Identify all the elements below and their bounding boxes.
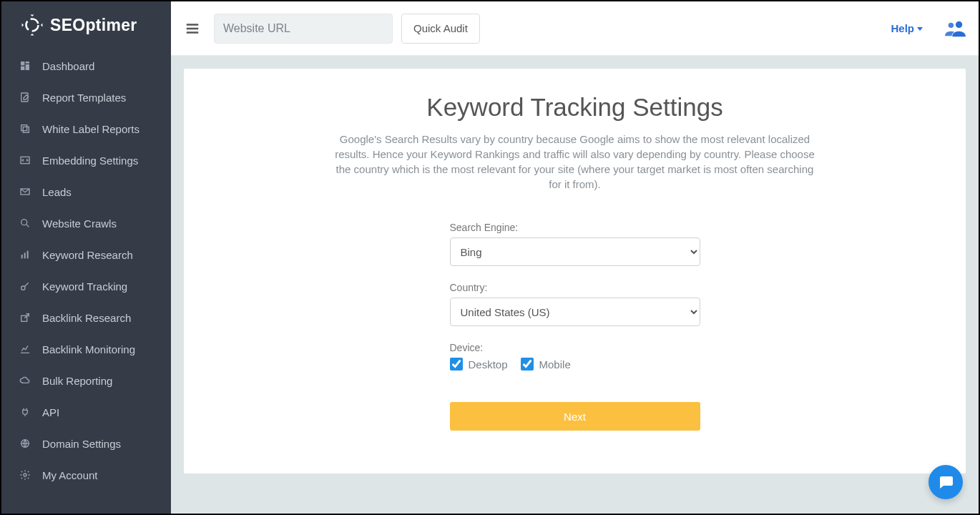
menu-toggle-button[interactable] bbox=[184, 20, 201, 37]
svg-rect-1 bbox=[21, 62, 24, 65]
line-chart-icon bbox=[19, 343, 31, 355]
magnify-icon bbox=[19, 217, 31, 230]
sidebar-item-dashboard[interactable]: Dashboard bbox=[1, 50, 171, 82]
svg-point-14 bbox=[21, 286, 25, 290]
sidebar-item-bulk-reporting[interactable]: Bulk Reporting bbox=[1, 365, 171, 396]
sidebar-item-label: Bulk Reporting bbox=[42, 375, 112, 387]
svg-rect-2 bbox=[26, 62, 29, 64]
help-label: Help bbox=[891, 22, 914, 34]
brand-logo[interactable]: SEOptimer bbox=[1, 1, 171, 50]
cloud-icon bbox=[19, 374, 31, 387]
device-mobile-checkbox[interactable] bbox=[521, 358, 534, 371]
svg-rect-6 bbox=[23, 127, 29, 132]
sidebar-item-label: Keyword Tracking bbox=[42, 280, 127, 293]
page-title: Keyword Tracking Settings bbox=[218, 93, 931, 122]
external-link-icon bbox=[19, 311, 31, 324]
sidebar-item-label: Keyword Research bbox=[42, 249, 133, 261]
sidebar-item-api[interactable]: API bbox=[1, 396, 171, 428]
sidebar-item-my-account[interactable]: My Account bbox=[1, 459, 171, 491]
gear-icon bbox=[19, 469, 31, 481]
sidebar-item-label: API bbox=[42, 406, 59, 418]
account-icon[interactable] bbox=[944, 19, 966, 38]
globe-icon bbox=[19, 437, 31, 450]
svg-rect-11 bbox=[21, 255, 23, 258]
svg-point-10 bbox=[21, 220, 27, 225]
sidebar-item-label: Report Templates bbox=[42, 92, 126, 104]
device-mobile-label: Mobile bbox=[539, 358, 571, 371]
quick-audit-button[interactable]: Quick Audit bbox=[401, 14, 480, 44]
device-mobile-option[interactable]: Mobile bbox=[521, 358, 571, 371]
settings-card: Keyword Tracking Settings Google's Searc… bbox=[184, 69, 966, 474]
page-description: Google's Search Results vary by country … bbox=[332, 132, 818, 192]
sidebar-item-keyword-tracking[interactable]: Keyword Tracking bbox=[1, 270, 171, 302]
dashboard-icon bbox=[19, 59, 31, 72]
brand-icon bbox=[20, 13, 44, 37]
target-icon bbox=[19, 280, 31, 293]
svg-rect-13 bbox=[27, 251, 29, 259]
svg-rect-7 bbox=[21, 125, 27, 131]
sidebar-item-embedding[interactable]: Embedding Settings bbox=[1, 144, 171, 176]
main: Quick Audit Help Keyword Tracking Settin… bbox=[171, 1, 979, 514]
device-label: Device: bbox=[450, 342, 700, 353]
sidebar-item-label: Backlink Research bbox=[42, 312, 131, 324]
sidebar-item-website-crawls[interactable]: Website Crawls bbox=[1, 207, 171, 239]
svg-point-19 bbox=[949, 22, 954, 27]
svg-point-0 bbox=[26, 19, 39, 31]
chat-launcher-button[interactable] bbox=[928, 465, 963, 499]
plug-icon bbox=[19, 406, 31, 418]
sidebar-item-label: My Account bbox=[42, 469, 98, 481]
sidebar-item-white-label[interactable]: White Label Reports bbox=[1, 113, 171, 144]
sidebar-item-domain-settings[interactable]: Domain Settings bbox=[1, 428, 171, 459]
search-engine-select[interactable]: Bing bbox=[450, 237, 700, 266]
sidebar-item-backlink-monitoring[interactable]: Backlink Monitoring bbox=[1, 333, 171, 365]
sidebar-item-label: Domain Settings bbox=[42, 438, 121, 450]
mail-icon bbox=[19, 185, 31, 198]
search-engine-label: Search Engine: bbox=[450, 222, 700, 233]
device-desktop-option[interactable]: Desktop bbox=[450, 358, 508, 371]
bar-chart-icon bbox=[19, 248, 31, 261]
help-menu[interactable]: Help bbox=[891, 22, 923, 34]
sidebar-item-backlink-research[interactable]: Backlink Research bbox=[1, 302, 171, 333]
chevron-down-icon bbox=[917, 27, 923, 31]
embed-icon bbox=[19, 154, 31, 167]
sidebar-item-keyword-research[interactable]: Keyword Research bbox=[1, 239, 171, 270]
svg-point-18 bbox=[956, 21, 962, 27]
svg-rect-3 bbox=[26, 64, 29, 70]
device-desktop-checkbox[interactable] bbox=[450, 358, 463, 371]
file-edit-icon bbox=[19, 91, 31, 104]
device-desktop-label: Desktop bbox=[469, 358, 508, 371]
svg-point-17 bbox=[24, 474, 26, 476]
svg-rect-12 bbox=[24, 252, 26, 258]
sidebar-item-label: Leads bbox=[42, 186, 72, 198]
country-label: Country: bbox=[450, 282, 700, 293]
brand-name: SEOptimer bbox=[50, 16, 137, 35]
country-select[interactable]: United States (US) bbox=[450, 298, 700, 326]
next-button[interactable]: Next bbox=[450, 402, 700, 431]
sidebar-item-label: Dashboard bbox=[42, 60, 94, 72]
sidebar-item-label: Website Crawls bbox=[42, 217, 117, 230]
website-url-input[interactable] bbox=[214, 14, 393, 44]
settings-form: Search Engine: Bing Country: United Stat… bbox=[450, 222, 700, 431]
sidebar-item-label: Backlink Monitoring bbox=[42, 343, 135, 355]
svg-rect-4 bbox=[21, 67, 24, 70]
sidebar-item-leads[interactable]: Leads bbox=[1, 176, 171, 207]
sidebar-item-report-templates[interactable]: Report Templates bbox=[1, 82, 171, 113]
topbar: Quick Audit Help bbox=[171, 1, 979, 56]
copy-icon bbox=[19, 122, 31, 135]
sidebar-item-label: Embedding Settings bbox=[42, 154, 138, 167]
sidebar-item-label: White Label Reports bbox=[42, 123, 139, 135]
sidebar: SEOptimer Dashboard Report Templates Whi… bbox=[1, 1, 171, 514]
